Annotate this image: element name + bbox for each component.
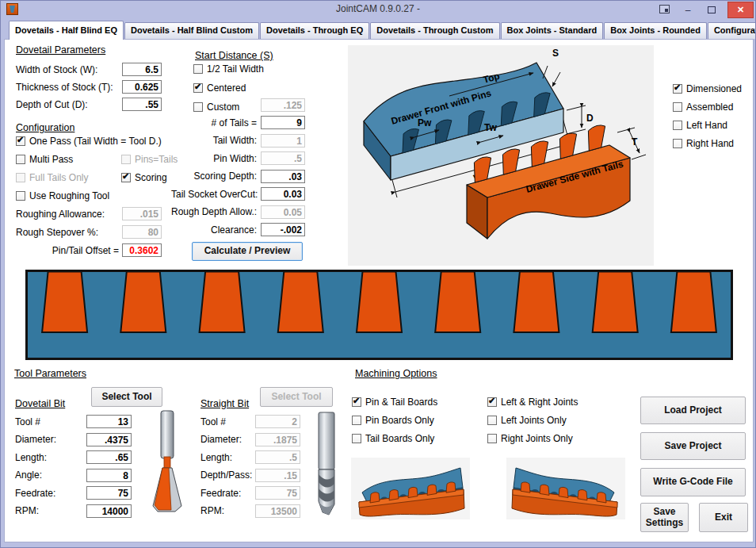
joint-option-checkbox-row[interactable]: Left Joints Only [487,414,578,426]
value-field[interactable]: 8 [86,469,132,482]
value-field: 75 [255,486,300,500]
select-dovetail-tool-button[interactable]: Select Tool [91,387,162,407]
board-option-checkbox-row[interactable]: Pin Boards Only [352,414,437,426]
dim-t-label: T [632,136,638,148]
checkbox-scoring[interactable]: Scoring [121,171,167,183]
value-field[interactable]: 0.05 [261,205,305,219]
board-option-checkbox-row[interactable]: Pin & Tail Boards [352,396,437,408]
tab[interactable]: Configuration [708,22,756,39]
field-row: RPM: 13500 [200,504,300,518]
close-button[interactable]: ✕ [727,2,754,18]
value-field[interactable]: .4375 [86,433,132,446]
save-settings-button[interactable]: Save Settings [640,503,689,532]
roughing-allowance-field: .015 [122,207,162,220]
straight-bit-image [316,411,337,516]
joint-preview-tail [200,272,245,333]
joint-diagram-image: W Drawer Front with Pins [348,45,654,266]
value-field[interactable]: 14000 [86,504,132,518]
dim-tw-label: Tw [484,122,497,133]
value-field[interactable]: 13 [86,415,132,428]
field-row: Thickness of Stock (T): 0.625 [16,80,162,94]
tab[interactable]: Box Joints - Rounded [604,22,707,39]
joint-option-checkbox[interactable] [487,416,497,425]
checkbox-custom[interactable]: Custom [193,101,239,113]
value-field[interactable]: -.002 [261,223,305,236]
joint-preview-tail [514,272,559,333]
tab[interactable]: Dovetails - Half Blind Custom [124,22,259,39]
board-option-checkbox-row[interactable]: Tail Boards Only [352,432,437,444]
centered-checkbox[interactable] [193,83,203,93]
field-row: Length: .5 [200,450,300,464]
checkbox-multi-pass[interactable]: Multi Pass [16,153,73,165]
tool-parameters-heading: Tool Parameters [14,368,86,379]
value-field[interactable]: 9 [261,116,305,129]
joint-option-checkbox-row[interactable]: Right Joints Only [487,432,578,444]
joint-option-checkbox-row[interactable]: Left & Right Joints [487,396,578,408]
value-field[interactable]: 6.5 [122,63,162,76]
tab[interactable]: Box Joints - Standard [501,22,604,39]
view-option-checkbox[interactable] [673,121,682,130]
minimize-button[interactable]: – [678,2,698,18]
pins-tails-checkbox [121,155,131,164]
one-pass-checkbox[interactable] [16,136,25,146]
value-field[interactable]: 0.625 [122,80,162,94]
save-project-button[interactable]: Save Project [640,432,746,460]
tab[interactable]: Dovetails - Half Blind EQ [9,21,124,40]
window-title: JointCAM 0.9.0.27 - [1,3,755,14]
field-row: Rough Depth Allow.: 0.05 [171,205,305,219]
dim-s-label: S [552,48,559,59]
custom-checkbox[interactable] [193,102,203,112]
value-field[interactable]: 0.03 [261,187,305,201]
value-field[interactable]: .5 [261,151,305,165]
write-gcode-button[interactable]: Write G-Code File [640,468,746,496]
view-options: Dimensioned Assembled Left Hand Right Ha… [673,82,742,156]
dovetail-bit-image [152,409,182,515]
machining-options-heading: Machining Options [355,368,437,379]
scoring-checkbox[interactable] [121,173,131,182]
board-option-checkbox[interactable] [352,416,361,425]
view-option-checkbox-row[interactable]: Dimensioned [673,82,742,94]
checkbox-centered[interactable]: Centered [193,82,246,94]
tab[interactable]: Dovetails - Through Custom [370,22,499,39]
view-option-checkbox[interactable] [673,84,682,94]
view-option-checkbox-row[interactable]: Right Hand [673,138,742,150]
joint-preview-tail [357,272,402,333]
field-row: Feedrate: 75 [15,486,132,500]
calculate-preview-button[interactable]: Calculate / Preview [192,242,303,261]
view-option-checkbox-row[interactable]: Assembled [673,101,742,113]
use-roughing-checkbox[interactable] [16,191,25,201]
view-option-checkbox[interactable] [673,139,682,148]
checkbox-full-tails: Full Tails Only [16,171,88,183]
value-field: .1875 [255,433,300,446]
half-tail-width-checkbox[interactable] [193,64,203,74]
exit-button[interactable]: Exit [699,503,748,532]
field-row: Tool # 13 [15,415,132,428]
board-option-checkbox[interactable] [352,434,361,443]
joint-option-checkbox[interactable] [487,434,497,443]
field-row: Angle: 8 [15,469,132,482]
checkbox-use-roughing[interactable]: Use Roughing Tool [16,190,109,201]
board-option-checkbox[interactable] [352,397,361,407]
checkbox-one-pass[interactable]: One Pass (Tail Width = Tool D.) [16,135,162,147]
dim-d-label: D [586,113,594,124]
maximize-button[interactable] [701,2,722,18]
help-icon[interactable] [659,5,670,13]
value-field[interactable]: .03 [261,170,305,183]
view-option-checkbox-row[interactable]: Left Hand [673,119,742,131]
checkbox-half-tail-width[interactable]: 1/2 Tail Width [193,63,264,75]
roughing-allowance-row: Roughing Allowance: .015 [16,207,162,220]
pin-tail-offset-field: 0.3602 [122,243,162,257]
view-option-checkbox[interactable] [673,102,682,112]
value-field[interactable]: .55 [122,98,162,111]
custom-start-field: .125 [261,98,305,112]
tab[interactable]: Dovetails - Through EQ [260,22,369,39]
value-field[interactable]: 75 [86,486,132,500]
field-row: Diameter: .4375 [15,433,132,446]
value-field: .15 [255,469,300,482]
value-field[interactable]: .65 [86,450,132,464]
load-project-button[interactable]: Load Project [640,397,746,424]
value-field[interactable]: 1 [261,134,305,148]
joint-option-checkbox[interactable] [487,397,497,407]
close-icon: ✕ [737,5,744,15]
multi-pass-checkbox[interactable] [16,155,25,164]
